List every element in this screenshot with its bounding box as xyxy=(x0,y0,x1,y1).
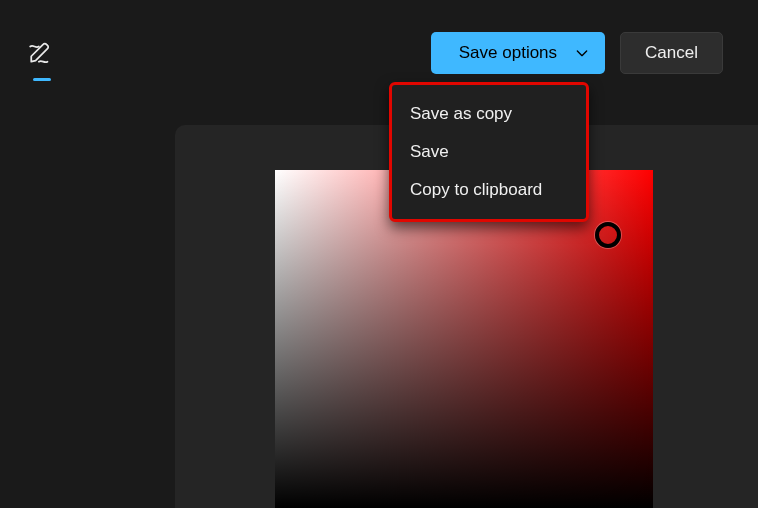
cancel-label: Cancel xyxy=(645,43,698,63)
menu-item-label: Save xyxy=(410,142,449,161)
menu-item-save[interactable]: Save xyxy=(392,133,586,171)
menu-item-label: Save as copy xyxy=(410,104,512,123)
color-picker-handle[interactable] xyxy=(595,222,621,248)
action-buttons: Save options Cancel xyxy=(431,32,723,74)
cancel-button[interactable]: Cancel xyxy=(620,32,723,74)
chevron-down-icon xyxy=(573,44,591,62)
menu-item-label: Copy to clipboard xyxy=(410,180,542,199)
save-options-button[interactable]: Save options xyxy=(431,32,605,74)
markup-pen-icon[interactable] xyxy=(26,38,56,68)
active-tool-indicator xyxy=(33,78,51,81)
save-options-dropdown: Save as copy Save Copy to clipboard xyxy=(389,82,589,222)
top-bar: Save options Cancel xyxy=(0,0,758,90)
menu-item-copy-to-clipboard[interactable]: Copy to clipboard xyxy=(392,171,586,209)
save-options-label: Save options xyxy=(459,43,557,63)
menu-item-save-as-copy[interactable]: Save as copy xyxy=(392,95,586,133)
